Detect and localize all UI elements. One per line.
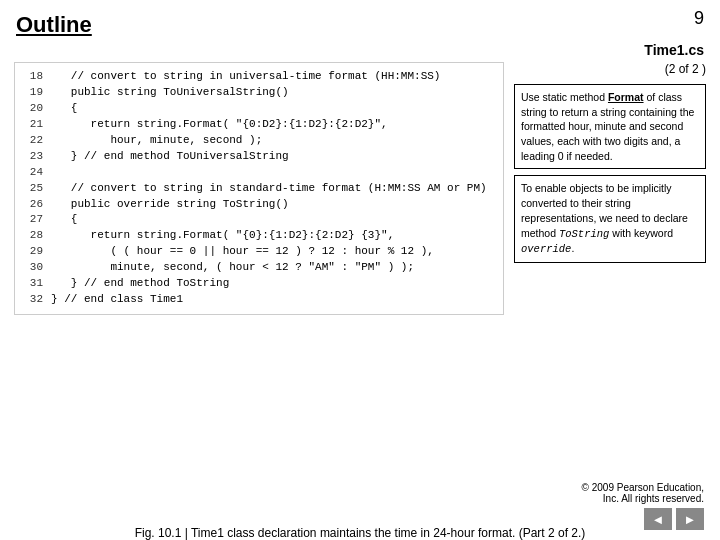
line-text: } // end method ToString — [51, 276, 229, 292]
code-line: 24 — [23, 165, 495, 181]
file-label: Time1.cs — [0, 42, 720, 58]
code-block: 18 // convert to string in universal-tim… — [14, 62, 504, 315]
code-line: 22 hour, minute, second ); — [23, 133, 495, 149]
line-number: 25 — [23, 181, 43, 197]
code-line: 28 return string.Format( "{0}:{1:D2}:{2:… — [23, 228, 495, 244]
code-line: 23 } // end method ToUniversalString — [23, 149, 495, 165]
line-text: // convert to string in universal-time f… — [51, 69, 440, 85]
line-text: return string.Format( "{0}:{1:D2}:{2:D2}… — [51, 228, 394, 244]
line-text: { — [51, 212, 77, 228]
line-text: // convert to string in standard-time fo… — [51, 181, 487, 197]
outline-title: Outline — [16, 12, 92, 38]
code-line: 26 public override string ToString() — [23, 197, 495, 213]
line-number: 32 — [23, 292, 43, 308]
line-number: 21 — [23, 117, 43, 133]
line-number: 22 — [23, 133, 43, 149]
line-number: 26 — [23, 197, 43, 213]
line-number: 29 — [23, 244, 43, 260]
code-line: 27 { — [23, 212, 495, 228]
code-line: 30 minute, second, ( hour < 12 ? "AM" : … — [23, 260, 495, 276]
line-text: ( ( hour == 0 || hour == 12 ) ? 12 : hou… — [51, 244, 434, 260]
footer-text: © 2009 Pearson Education, Inc. All right… — [582, 482, 704, 504]
next-button[interactable]: ► — [676, 508, 704, 530]
page-number: 9 — [694, 8, 704, 29]
line-number: 23 — [23, 149, 43, 165]
line-number: 18 — [23, 69, 43, 85]
annotation-box-2: To enable objects to be implicitly conve… — [514, 175, 706, 262]
code-line: 32} // end class Time1 — [23, 292, 495, 308]
line-text: public override string ToString() — [51, 197, 289, 213]
line-number: 31 — [23, 276, 43, 292]
page-of-label: (2 of 2 ) — [514, 62, 706, 76]
line-text: public string ToUniversalString() — [51, 85, 289, 101]
code-line: 25 // convert to string in standard-time… — [23, 181, 495, 197]
annotation-box-1: Use static method Format of class string… — [514, 84, 706, 169]
code-line: 29 ( ( hour == 0 || hour == 12 ) ? 12 : … — [23, 244, 495, 260]
line-text: return string.Format( "{0:D2}:{1:D2}:{2:… — [51, 117, 388, 133]
code-line: 20 { — [23, 101, 495, 117]
line-text: } // end class Time1 — [51, 292, 183, 308]
line-number: 30 — [23, 260, 43, 276]
code-line: 21 return string.Format( "{0:D2}:{1:D2}:… — [23, 117, 495, 133]
footer: © 2009 Pearson Education, Inc. All right… — [582, 482, 704, 530]
nav-buttons[interactable]: ◄ ► — [644, 508, 704, 530]
code-line: 31 } // end method ToString — [23, 276, 495, 292]
prev-button[interactable]: ◄ — [644, 508, 672, 530]
line-number: 27 — [23, 212, 43, 228]
line-number: 28 — [23, 228, 43, 244]
line-text: minute, second, ( hour < 12 ? "AM" : "PM… — [51, 260, 414, 276]
line-number: 19 — [23, 85, 43, 101]
code-line: 18 // convert to string in universal-tim… — [23, 69, 495, 85]
code-line: 19 public string ToUniversalString() — [23, 85, 495, 101]
line-number: 20 — [23, 101, 43, 117]
line-number: 24 — [23, 165, 43, 181]
line-text: hour, minute, second ); — [51, 133, 262, 149]
line-text: { — [51, 101, 77, 117]
line-text: } // end method ToUniversalString — [51, 149, 289, 165]
